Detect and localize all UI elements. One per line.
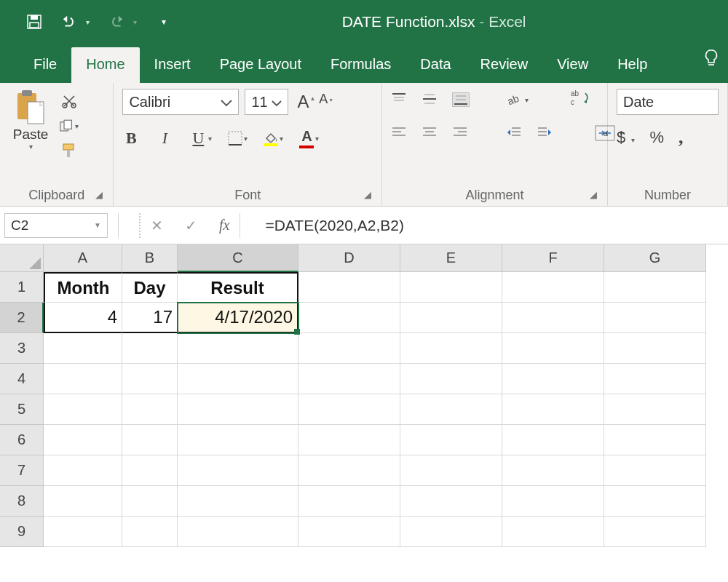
- qat-customize-icon[interactable]: ▾: [156, 14, 172, 30]
- save-icon[interactable]: [26, 14, 42, 30]
- cell-C1[interactable]: Result: [178, 272, 298, 303]
- cell-F2[interactable]: [502, 303, 604, 333]
- cell-F8[interactable]: [502, 486, 604, 517]
- cell-A8[interactable]: [44, 486, 122, 517]
- underline-dropdown-icon[interactable]: ▾: [208, 135, 212, 143]
- decrease-font-icon[interactable]: A: [319, 92, 333, 112]
- border-button[interactable]: ▾: [228, 131, 248, 146]
- align-left-icon[interactable]: [391, 126, 408, 140]
- cell-A6[interactable]: [44, 425, 122, 455]
- col-header-A[interactable]: A: [44, 244, 122, 272]
- cell-D8[interactable]: [298, 486, 400, 517]
- border-dropdown-icon[interactable]: ▾: [244, 135, 248, 143]
- cell-D7[interactable]: [298, 455, 400, 486]
- cell-A3[interactable]: [44, 333, 122, 364]
- format-painter-icon[interactable]: [60, 143, 79, 159]
- cell-C3[interactable]: [178, 333, 298, 364]
- tab-help[interactable]: Help: [603, 47, 662, 83]
- cell-G7[interactable]: [604, 455, 706, 486]
- tell-me-icon[interactable]: [689, 40, 728, 83]
- row-header-8[interactable]: 8: [0, 486, 44, 517]
- font-color-dropdown-icon[interactable]: ▾: [315, 135, 319, 143]
- align-top-icon[interactable]: [391, 92, 408, 107]
- cell-F1[interactable]: [502, 272, 604, 303]
- tab-home[interactable]: Home: [71, 47, 139, 83]
- cell-B6[interactable]: [122, 425, 178, 455]
- cell-G4[interactable]: [604, 364, 706, 394]
- col-header-D[interactable]: D: [298, 244, 400, 272]
- namebox-dropdown-icon[interactable]: ▼: [94, 221, 101, 229]
- col-header-F[interactable]: F: [502, 244, 604, 272]
- cell-G6[interactable]: [604, 425, 706, 455]
- formula-input[interactable]: =DATE(2020,A2,B2): [250, 217, 728, 234]
- font-name-combo[interactable]: Calibri: [122, 89, 239, 115]
- fill-dropdown-icon[interactable]: ▾: [280, 135, 283, 143]
- chevron-down-icon[interactable]: [221, 94, 232, 111]
- cell-F4[interactable]: [502, 364, 604, 394]
- clipboard-dialog-launcher-icon[interactable]: ◢: [95, 189, 103, 200]
- cell-D5[interactable]: [298, 394, 400, 425]
- cell-A2[interactable]: 4: [44, 303, 122, 333]
- col-header-E[interactable]: E: [400, 244, 502, 272]
- cell-B5[interactable]: [122, 394, 178, 425]
- tab-file[interactable]: File: [19, 47, 71, 83]
- cell-E6[interactable]: [400, 425, 502, 455]
- cell-F9[interactable]: [502, 517, 604, 547]
- cell-C8[interactable]: [178, 486, 298, 517]
- cell-E4[interactable]: [400, 364, 502, 394]
- row-header-1[interactable]: 1: [0, 272, 44, 303]
- cell-B7[interactable]: [122, 455, 178, 486]
- cell-D3[interactable]: [298, 333, 400, 364]
- cell-F5[interactable]: [502, 394, 604, 425]
- cell-D9[interactable]: [298, 517, 400, 547]
- cell-B8[interactable]: [122, 486, 178, 517]
- cell-E5[interactable]: [400, 394, 502, 425]
- cell-C4[interactable]: [178, 364, 298, 394]
- cell-A1[interactable]: Month: [44, 272, 122, 303]
- cell-B3[interactable]: [122, 333, 178, 364]
- align-middle-icon[interactable]: [422, 92, 439, 107]
- tab-formulas[interactable]: Formulas: [316, 47, 405, 83]
- bold-button[interactable]: B: [122, 129, 140, 148]
- tab-view[interactable]: View: [542, 47, 603, 83]
- tab-insert[interactable]: Insert: [140, 47, 205, 83]
- insert-function-icon[interactable]: fx: [219, 217, 229, 234]
- tab-data[interactable]: Data: [405, 47, 465, 83]
- number-format-combo[interactable]: Date: [617, 89, 719, 115]
- cell-G5[interactable]: [604, 394, 706, 425]
- cell-G1[interactable]: [604, 272, 706, 303]
- undo-icon[interactable]: [61, 14, 77, 30]
- cell-E7[interactable]: [400, 455, 502, 486]
- cell-C9[interactable]: [178, 517, 298, 547]
- cell-G8[interactable]: [604, 486, 706, 517]
- tab-review[interactable]: Review: [466, 47, 543, 83]
- comma-style-button[interactable]: ,: [678, 127, 684, 148]
- cell-F7[interactable]: [502, 455, 604, 486]
- row-header-4[interactable]: 4: [0, 364, 44, 394]
- cell-A7[interactable]: [44, 455, 122, 486]
- cell-C5[interactable]: [178, 394, 298, 425]
- row-header-3[interactable]: 3: [0, 333, 44, 364]
- cell-E9[interactable]: [400, 517, 502, 547]
- row-header-7[interactable]: 7: [0, 455, 44, 486]
- cell-A9[interactable]: [44, 517, 122, 547]
- cell-D6[interactable]: [298, 425, 400, 455]
- col-header-C[interactable]: C: [178, 244, 298, 272]
- cell-D4[interactable]: [298, 364, 400, 394]
- percent-button[interactable]: %: [649, 128, 664, 147]
- col-header-B[interactable]: B: [122, 244, 178, 272]
- orientation-button[interactable]: ab▾: [506, 92, 529, 107]
- underline-button[interactable]: U: [189, 129, 207, 148]
- select-all-corner[interactable]: [0, 244, 44, 272]
- cell-C6[interactable]: [178, 425, 298, 455]
- cell-E1[interactable]: [400, 272, 502, 303]
- cell-D1[interactable]: [298, 272, 400, 303]
- cell-G9[interactable]: [604, 517, 706, 547]
- font-color-button[interactable]: A▾: [299, 128, 319, 148]
- align-bottom-icon[interactable]: [452, 92, 470, 107]
- currency-button[interactable]: $ ▾: [617, 128, 635, 147]
- increase-indent-icon[interactable]: [537, 126, 554, 140]
- align-right-icon[interactable]: [452, 126, 470, 140]
- cell-G2[interactable]: [604, 303, 706, 333]
- cell-F6[interactable]: [502, 425, 604, 455]
